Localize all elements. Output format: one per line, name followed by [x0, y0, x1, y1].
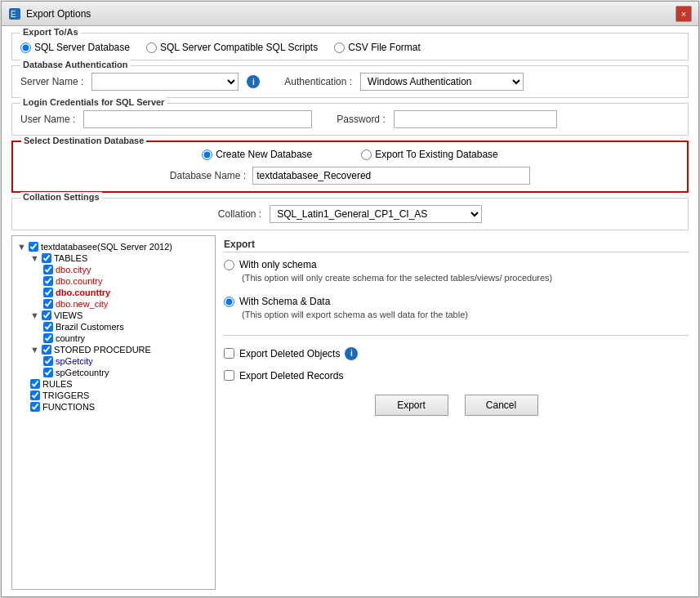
radio-sql-scripts-label: SQL Server Compatible SQL Scripts — [160, 42, 318, 53]
tree-tables: ▼ TABLES — [30, 252, 210, 264]
password-input[interactable] — [394, 110, 557, 128]
select-destination-title: Select Destination Database — [21, 136, 146, 145]
export-schema-data-option: With Schema & Data (This option will exp… — [224, 296, 689, 321]
radio-create-new[interactable]: Create New Database — [202, 149, 312, 160]
export-schema-only-row[interactable]: With only schema — [224, 259, 689, 270]
dest-radio-row: Create New Database Export To Existing D… — [21, 149, 679, 160]
tree-stored-proc-label: STORED PROCEDURE — [54, 345, 151, 355]
radio-create-new-input[interactable] — [202, 150, 212, 160]
login-creds-section: Login Credentials for SQL Server User Na… — [11, 103, 689, 136]
export-button[interactable]: Export — [375, 395, 448, 416]
collation-title: Collation Settings — [20, 192, 102, 202]
button-row: Export Cancel — [224, 395, 689, 416]
export-deleted-objects-group[interactable]: Export Deleted Objects i — [224, 347, 689, 360]
radio-schema-only-label: With only schema — [239, 259, 317, 270]
tree-views-checkbox[interactable] — [42, 310, 51, 320]
radio-sql-server-db[interactable]: SQL Server Database — [20, 42, 130, 53]
tree-item-cityy: dbo.cityy — [43, 264, 210, 275]
radio-export-existing-input[interactable] — [361, 150, 372, 160]
auth-dropdown[interactable]: Windows Authentication SQL Server Authen… — [360, 73, 524, 91]
tree-tables-group: ▼ TABLES dbo.cityy dbo.country — [17, 252, 210, 413]
dest-name-row: Database Name : — [21, 167, 679, 185]
tree-item-cityy-checkbox[interactable] — [43, 265, 53, 274]
tree-item-country-checkbox[interactable] — [43, 276, 53, 286]
tree-item-new-city-label: dbo.new_city — [56, 299, 108, 309]
deleted-objects-info-icon[interactable]: i — [345, 347, 358, 360]
db-name-input[interactable] — [252, 167, 530, 185]
export-schema-only-option: With only schema (This option will only … — [224, 259, 689, 284]
export-to-as-section: Export To/As SQL Server Database SQL Ser… — [11, 33, 689, 60]
tree-root-checkbox[interactable] — [29, 242, 38, 252]
tree-item-spgetcountry-label: spGetcountry — [56, 368, 109, 377]
collation-dropdown[interactable]: SQL_Latin1_General_CP1_CI_AS — [270, 205, 482, 223]
auth-label: Authentication : — [284, 76, 352, 87]
tree-item-country: dbo.country — [43, 275, 210, 287]
server-name-dropdown[interactable] — [91, 73, 239, 91]
collation-label: Collation : — [218, 208, 261, 220]
tree-item-spgetcity-checkbox[interactable] — [43, 356, 53, 366]
export-options-dialog: E Export Options × Export To/As SQL Serv… — [1, 1, 699, 597]
tree-item-country-view: country — [43, 332, 210, 344]
radio-export-existing[interactable]: Export To Existing Database — [361, 149, 498, 160]
export-to-as-title: Export To/As — [20, 27, 81, 37]
radio-create-new-label: Create New Database — [216, 149, 312, 160]
radio-csv-format-input[interactable] — [334, 42, 345, 53]
export-separator — [224, 335, 689, 336]
radio-schema-data[interactable] — [224, 297, 234, 307]
tree-item-spgetcity-label: spGetcity — [56, 356, 93, 366]
tree-rules: RULES — [30, 378, 210, 390]
radio-schema-only[interactable] — [224, 260, 234, 270]
username-input[interactable] — [83, 110, 312, 128]
tree-item-new-city: dbo.new_city — [43, 298, 210, 310]
close-button[interactable]: × — [675, 6, 692, 22]
radio-sql-scripts-input[interactable] — [146, 42, 157, 53]
tree-rules-label: RULES — [42, 379, 73, 389]
tree-item-brazil-label: Brazil Customers — [56, 322, 124, 332]
tree-tables-checkbox[interactable] — [42, 253, 51, 263]
export-deleted-objects-checkbox[interactable] — [224, 348, 234, 359]
export-deleted-records-group[interactable]: Export Deleted Records — [224, 370, 689, 382]
tree-triggers-label: TRIGGERS — [42, 390, 89, 400]
tree-item-counttry-checkbox[interactable] — [43, 288, 53, 297]
tree-item-counttry-label: dbo.counttry — [56, 288, 110, 297]
tree-item-cityy-label: dbo.cityy — [56, 265, 91, 274]
username-label: User Name : — [20, 114, 75, 125]
schema-data-desc: (This option will export schema as well … — [242, 309, 689, 321]
tree-item-spgetcountry-checkbox[interactable] — [43, 368, 53, 377]
cancel-button[interactable]: Cancel — [465, 395, 538, 416]
tree-stored-proc: ▼ STORED PROCEDURE — [30, 344, 210, 355]
tree-item-new-city-checkbox[interactable] — [43, 299, 53, 309]
export-panel-title: Export — [224, 239, 689, 252]
radio-csv-format[interactable]: CSV File Format — [334, 42, 421, 53]
tree-tables-label: TABLES — [54, 253, 87, 263]
export-to-as-content: SQL Server Database SQL Server Compatibl… — [20, 40, 680, 53]
export-deleted-records-label: Export Deleted Records — [239, 370, 343, 382]
dialog-title: Export Options — [26, 8, 91, 20]
radio-csv-format-label: CSV File Format — [348, 42, 421, 53]
export-schema-data-row[interactable]: With Schema & Data — [224, 296, 689, 307]
tree-views: ▼ VIEWS — [30, 310, 210, 321]
tree-root-label: textdatabasee(SQL Server 2012) — [41, 242, 172, 252]
radio-sql-server-db-label: SQL Server Database — [34, 42, 130, 53]
db-auth-row: Server Name : i Authentication : Windows… — [20, 73, 680, 91]
tree-panel[interactable]: ▼ textdatabasee(SQL Server 2012) ▼ TABLE… — [11, 235, 216, 590]
tree-item-country-view-label: country — [56, 333, 85, 343]
tree-rules-checkbox[interactable] — [30, 379, 40, 389]
tree-item-spgetcountry: spGetcountry — [43, 367, 210, 378]
password-label: Password : — [337, 114, 385, 125]
tree-item-country-view-checkbox[interactable] — [43, 333, 53, 343]
dialog-icon: E — [8, 7, 21, 20]
server-info-icon[interactable]: i — [247, 75, 260, 88]
tree-functions-label: FUNCTIONS — [42, 402, 95, 412]
export-deleted-objects-label: Export Deleted Objects — [239, 348, 340, 359]
radio-sql-server-db-input[interactable] — [20, 42, 31, 53]
export-deleted-records-checkbox[interactable] — [224, 370, 234, 381]
tree-functions-checkbox[interactable] — [30, 402, 40, 412]
db-name-label: Database Name : — [170, 170, 246, 181]
tree-stored-proc-children: spGetcity spGetcountry — [30, 355, 210, 378]
tree-triggers-checkbox[interactable] — [30, 390, 40, 400]
radio-sql-scripts[interactable]: SQL Server Compatible SQL Scripts — [146, 42, 318, 53]
login-creds-title: Login Credentials for SQL Server — [20, 97, 167, 107]
tree-item-brazil-checkbox[interactable] — [43, 322, 53, 332]
tree-stored-proc-checkbox[interactable] — [42, 345, 51, 355]
